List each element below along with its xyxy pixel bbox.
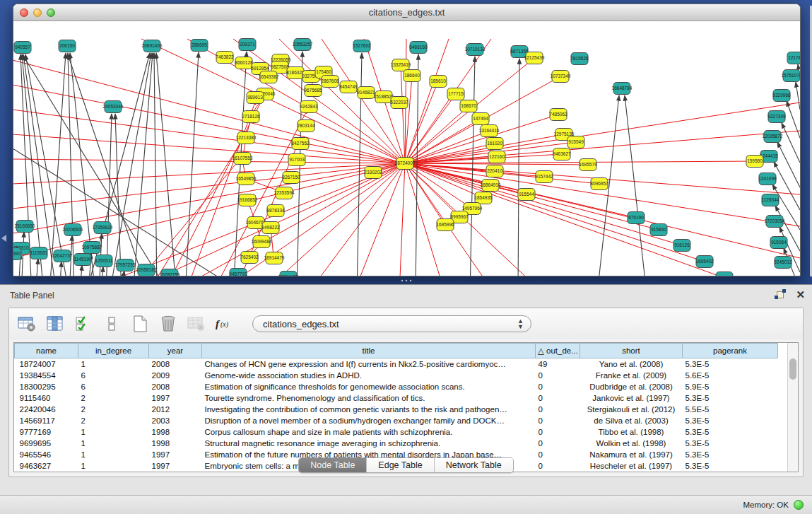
close-panel-icon[interactable]: ✕ <box>796 289 805 300</box>
table-cell[interactable]: 2 <box>78 392 149 404</box>
graph-node[interactable]: 989613 <box>247 92 264 104</box>
graph-node[interactable]: 17203054 <box>765 216 785 228</box>
table-cell[interactable]: 49 <box>536 358 580 370</box>
graph-node[interactable]: 16099484 <box>252 236 272 248</box>
table-cell[interactable]: 14569117 <box>15 415 78 426</box>
graph-node[interactable]: 12353594 <box>274 187 295 199</box>
graph-node[interactable]: 12213383 <box>236 132 257 144</box>
graph-node[interactable]: 1250511 <box>95 255 113 267</box>
graph-node[interactable]: 391590 <box>13 248 21 260</box>
graph-node[interactable]: 9245012 <box>774 257 792 269</box>
graph-node[interactable]: 16864910 <box>481 180 501 192</box>
graph-node[interactable]: 12125439 <box>524 52 545 64</box>
graph-node[interactable]: 1695402 <box>695 256 714 268</box>
table-cell[interactable]: 5.3E-5 <box>683 415 778 426</box>
new-table-button[interactable] <box>129 313 151 334</box>
graph-node[interactable]: 13325419 <box>391 59 411 71</box>
network-frame-titlebar[interactable]: citations_edges.txt <box>13 4 800 21</box>
table-selector-dropdown[interactable]: citations_edges.txt ▲▼ <box>252 315 531 332</box>
graph-node[interactable]: 20691406 <box>142 40 163 52</box>
table-vertical-scrollbar[interactable] <box>787 343 798 472</box>
graph-node[interactable]: 220410 <box>486 165 503 177</box>
column-header-year[interactable]: year <box>149 344 202 358</box>
graph-node[interactable]: 185610 <box>430 76 447 88</box>
graph-node[interactable]: 924501 <box>716 272 733 276</box>
graph-node[interactable]: 168670 <box>460 100 477 112</box>
graph-node[interactable]: 20206506 <box>63 224 83 236</box>
graph-node[interactable]: 15751074 <box>782 70 800 82</box>
graph-node[interactable]: 147494 <box>472 113 489 125</box>
table-cell[interactable]: Tibbo et al. (1998) <box>580 426 683 438</box>
table-cell[interactable]: 2 <box>78 404 149 415</box>
table-cell[interactable]: 0 <box>536 426 580 438</box>
scrollbar-thumb[interactable] <box>789 358 796 380</box>
graph-node[interactable]: 8267150 <box>282 172 300 184</box>
graph-node[interactable]: 1854935 <box>474 192 493 204</box>
graph-node[interactable]: 940557 <box>14 42 31 54</box>
table-row[interactable]: 1872400712008Changes of HCN gene express… <box>15 358 792 370</box>
memory-status-indicator[interactable] <box>794 500 804 510</box>
graph-node[interactable]: 286695 <box>191 40 208 52</box>
graph-node[interactable]: 7485063 <box>549 109 567 121</box>
table-cell[interactable]: 1 <box>78 358 149 370</box>
table-settings-button[interactable] <box>16 313 37 334</box>
table-row[interactable]: 2242004622012Investigating the contribut… <box>15 404 792 415</box>
graph-node[interactable]: 1695996 <box>436 219 454 231</box>
graph-node[interactable]: 917003 <box>288 154 305 166</box>
graph-node[interactable]: 10737349 <box>551 71 571 83</box>
table-cell[interactable]: Yano et al. (2008) <box>580 358 683 370</box>
table-cell[interactable]: 1997 <box>149 392 202 404</box>
graph-node[interactable]: 10553257 <box>293 39 313 51</box>
table-cell[interactable]: 0 <box>536 415 580 426</box>
graph-node[interactable]: 10975887 <box>82 242 102 254</box>
graph-node[interactable]: 1527602 <box>353 40 371 52</box>
table-cell[interactable]: Jankovic et al. (1997) <box>580 392 683 404</box>
graph-node[interactable]: 19166852 <box>237 194 258 206</box>
table-cell[interactable]: 2003 <box>149 415 202 426</box>
graph-node[interactable]: 8427552 <box>291 138 310 150</box>
table-cell[interactable]: 5.3E-5 <box>683 392 778 404</box>
table-cell[interactable]: 5.3E-5 <box>683 426 778 438</box>
graph-node[interactable]: 16914479 <box>264 252 285 264</box>
tab-edge-table[interactable]: Edge Table <box>367 458 434 472</box>
table-cell[interactable]: 2012 <box>149 404 202 415</box>
graph-node[interactable]: 16648784 <box>612 83 632 95</box>
table-cell[interactable]: 1 <box>78 426 149 438</box>
tab-network-table[interactable]: Network Table <box>435 458 513 472</box>
graph-node[interactable]: 2330202 <box>364 167 382 179</box>
graph-node[interactable]: 2803144 <box>297 120 315 132</box>
table-row[interactable]: 977716911998Corpus callosum shape and si… <box>15 426 792 438</box>
graph-node[interactable]: 16782759 <box>160 269 180 276</box>
table-cell[interactable]: Dudbridge et al. (2008) <box>580 381 683 392</box>
graph-node[interactable]: 20053346 <box>103 101 124 113</box>
graph-node[interactable]: 9457791 <box>229 269 247 276</box>
graph-node[interactable]: 1115681 <box>30 247 48 259</box>
graph-node[interactable]: 121745 <box>787 52 800 64</box>
column-header-short[interactable]: short <box>580 344 683 358</box>
graph-node[interactable]: 8096957 <box>590 178 608 190</box>
table-cell[interactable]: 2008 <box>149 358 202 370</box>
graph-node[interactable]: 8878334 <box>266 205 285 217</box>
table-cell[interactable]: Franke et al. (2009) <box>580 370 683 381</box>
table-cell[interactable]: Tourette syndrome. Phenomenology and cla… <box>202 392 536 404</box>
table-cell[interactable]: Structural magnetic resonance image aver… <box>202 438 536 449</box>
graph-node[interactable]: 9157442 <box>535 171 553 183</box>
table-cell[interactable]: 5.9E-5 <box>683 381 778 392</box>
delete-table-button[interactable] <box>158 313 179 334</box>
column-header-pagerank[interactable]: pagerank <box>683 344 778 358</box>
graph-node[interactable]: 122160 <box>488 151 505 163</box>
graph-node[interactable]: 159580 <box>746 156 763 168</box>
graph-node[interactable]: 161020 <box>486 138 503 150</box>
table-cell[interactable]: 1998 <box>149 438 202 449</box>
table-cell[interactable]: 5.6E-5 <box>683 370 778 381</box>
table-cell[interactable]: 0 <box>536 370 580 381</box>
graph-node[interactable]: 2718126 <box>242 111 260 123</box>
graph-node[interactable]: 916126 <box>673 240 690 252</box>
table-cell[interactable]: 9115460 <box>15 392 78 404</box>
panel-splitter-handle[interactable] <box>400 279 413 282</box>
table-cell[interactable]: Disruption of a novel member of a sodium… <box>202 415 536 426</box>
table-cell[interactable]: Genome-wide association studies in ADHD. <box>202 370 536 381</box>
select-rows-button[interactable] <box>73 313 94 334</box>
table-cell[interactable]: 0 <box>536 381 580 392</box>
graph-node[interactable]: 7463822 <box>216 52 234 64</box>
